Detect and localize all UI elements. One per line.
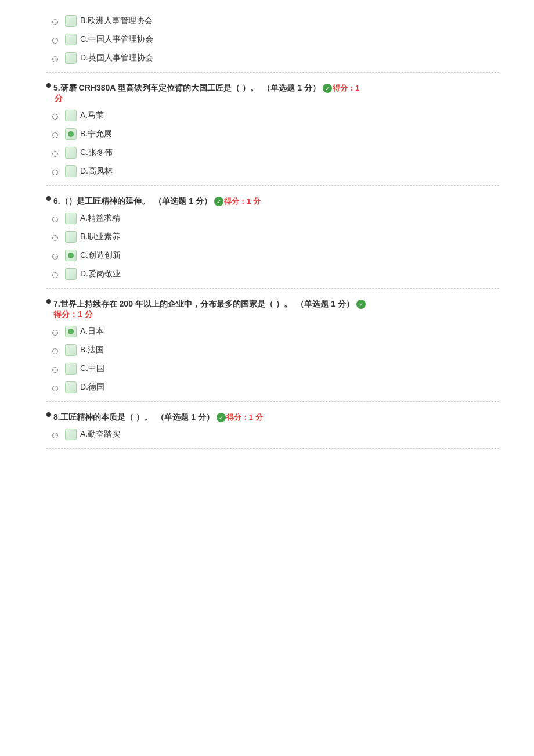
bullet-circle xyxy=(52,56,58,62)
question-number: 7.世界上持续存在 200 年以上的企业中，分布最多的国家是（ ）。 xyxy=(53,299,292,308)
dot-bullet xyxy=(46,299,51,304)
score-text: 得分：1 分 xyxy=(224,197,261,206)
radio-img-d[interactable] xyxy=(65,268,77,280)
radio-img-a[interactable] xyxy=(65,110,77,121)
option-b-text: B.法国 xyxy=(80,345,104,355)
option-text: D.英国人事管理协会 xyxy=(80,53,153,63)
option-row: D.英国人事管理协会 xyxy=(46,49,499,67)
question-type: （单选题 1 分） xyxy=(262,83,320,92)
bullet-circle xyxy=(52,272,58,278)
question-type: （单选题 1 分） xyxy=(156,412,214,422)
score-newline: 分 xyxy=(53,93,63,103)
radio-img-c[interactable] xyxy=(65,250,77,261)
question-text: 6.（）是工匠精神的延伸。 （单选题 1 分） 得分：1 分 xyxy=(53,196,261,206)
divider xyxy=(46,288,499,289)
option-d-text: D.高凤林 xyxy=(80,166,113,177)
dot-bullet xyxy=(46,196,51,201)
option-c-text: C.创造创新 xyxy=(80,250,121,261)
score-newline: 得分：1 分 xyxy=(53,309,93,319)
option-text: C.中国人事管理协会 xyxy=(80,34,153,45)
question-number: 5.研磨 CRH380A 型高铁列车定位臂的大国工匠是（ ）。 xyxy=(53,83,258,92)
option-c-text: C.张冬伟 xyxy=(80,147,113,158)
question-text: 8.工匠精神的本质是（ ）。 （单选题 1 分） 得分：1 分 xyxy=(53,412,263,422)
option-d-row[interactable]: D.高凤林 xyxy=(46,162,499,181)
question-text: 7.世界上持续存在 200 年以上的企业中，分布最多的国家是（ ）。 （单选题 … xyxy=(53,299,366,308)
radio-img-a[interactable] xyxy=(65,326,77,337)
question-title-row: 5.研磨 CRH380A 型高铁列车定位臂的大国工匠是（ ）。 （单选题 1 分… xyxy=(46,77,499,106)
bullet-circle xyxy=(52,19,58,25)
bullet-circle xyxy=(52,433,58,438)
bullet-circle xyxy=(52,367,58,373)
question-number: 6.（）是工匠精神的延伸。 xyxy=(53,196,150,206)
option-c-row[interactable]: C.张冬伟 xyxy=(46,143,499,162)
prev-question-options: B.欧洲人事管理协会 C.中国人事管理协会 D.英国人事管理协会 xyxy=(46,12,499,67)
question-5: 5.研磨 CRH380A 型高铁列车定位臂的大国工匠是（ ）。 （单选题 1 分… xyxy=(46,77,499,181)
question-title-row: 8.工匠精神的本质是（ ）。 （单选题 1 分） 得分：1 分 xyxy=(46,406,499,425)
score-text: 得分：1 分 xyxy=(226,413,263,422)
divider xyxy=(46,72,499,73)
option-a-row[interactable]: A.马荣 xyxy=(46,106,499,125)
bullet-circle xyxy=(52,217,58,222)
radio-img-a[interactable] xyxy=(65,429,77,440)
question-title-row: 6.（）是工匠精神的延伸。 （单选题 1 分） 得分：1 分 xyxy=(46,190,499,209)
question-title-row: 7.世界上持续存在 200 年以上的企业中，分布最多的国家是（ ）。 （单选题 … xyxy=(46,293,499,322)
radio-img-b[interactable] xyxy=(65,128,77,140)
option-a-text: A.勤奋踏实 xyxy=(80,429,120,440)
bullet-circle xyxy=(52,151,58,157)
radio-img-d[interactable] xyxy=(65,165,77,177)
option-a-row[interactable]: A.精益求精 xyxy=(46,209,499,228)
option-a-text: A.精益求精 xyxy=(80,213,120,224)
radio-img[interactable] xyxy=(65,34,77,45)
option-a-row[interactable]: A.日本 xyxy=(46,322,499,341)
option-c-row[interactable]: C.中国 xyxy=(46,359,499,378)
option-text: B.欧洲人事管理协会 xyxy=(80,16,153,26)
correct-icon xyxy=(217,413,226,422)
radio-img-b[interactable] xyxy=(65,344,77,356)
question-number: 8.工匠精神的本质是（ ）。 xyxy=(53,412,152,422)
option-b-row[interactable]: B.法国 xyxy=(46,341,499,359)
option-d-text: D.爱岗敬业 xyxy=(80,269,121,279)
divider xyxy=(46,185,499,186)
radio-img-b[interactable] xyxy=(65,231,77,243)
question-8: 8.工匠精神的本质是（ ）。 （单选题 1 分） 得分：1 分 A.勤奋踏实 xyxy=(46,406,499,444)
option-row: C.中国人事管理协会 xyxy=(46,30,499,49)
option-d-row[interactable]: D.德国 xyxy=(46,378,499,397)
radio-img-d[interactable] xyxy=(65,381,77,393)
bullet-circle xyxy=(52,348,58,354)
radio-img[interactable] xyxy=(65,52,77,64)
option-c-row[interactable]: C.创造创新 xyxy=(46,246,499,265)
divider xyxy=(46,401,499,402)
question-type: （单选题 1 分） xyxy=(296,299,354,308)
dot-bullet xyxy=(46,83,51,88)
bullet-circle xyxy=(52,330,58,336)
option-d-row[interactable]: D.爱岗敬业 xyxy=(46,265,499,283)
option-d-text: D.德国 xyxy=(80,382,104,393)
radio-img[interactable] xyxy=(65,15,77,27)
option-b-row[interactable]: B.宁允展 xyxy=(46,125,499,143)
bullet-circle xyxy=(52,38,58,44)
radio-img-a[interactable] xyxy=(65,213,77,224)
option-c-text: C.中国 xyxy=(80,363,104,374)
option-a-row[interactable]: A.勤奋踏实 xyxy=(46,425,499,444)
bullet-circle xyxy=(52,132,58,138)
dot-bullet xyxy=(46,412,51,417)
question-7: 7.世界上持续存在 200 年以上的企业中，分布最多的国家是（ ）。 （单选题 … xyxy=(46,293,499,397)
question-6: 6.（）是工匠精神的延伸。 （单选题 1 分） 得分：1 分 A.精益求精 B.… xyxy=(46,190,499,283)
bullet-circle xyxy=(52,235,58,241)
score-text: 得分：1 xyxy=(333,84,359,92)
bullet-circle xyxy=(52,254,58,260)
bullet-circle xyxy=(52,386,58,391)
option-a-text: A.日本 xyxy=(80,326,104,337)
option-b-row[interactable]: B.职业素养 xyxy=(46,228,499,246)
option-b-text: B.宁允展 xyxy=(80,129,112,139)
correct-icon xyxy=(356,300,366,309)
bottom-divider xyxy=(46,448,499,449)
radio-img-c[interactable] xyxy=(65,147,77,159)
correct-icon xyxy=(323,84,332,93)
question-text: 5.研磨 CRH380A 型高铁列车定位臂的大国工匠是（ ）。 （单选题 1 分… xyxy=(53,83,359,92)
option-a-text: A.马荣 xyxy=(80,110,104,121)
radio-img-c[interactable] xyxy=(65,363,77,375)
bullet-circle xyxy=(52,114,58,120)
option-b-text: B.职业素养 xyxy=(80,232,120,242)
option-row: B.欧洲人事管理协会 xyxy=(46,12,499,30)
